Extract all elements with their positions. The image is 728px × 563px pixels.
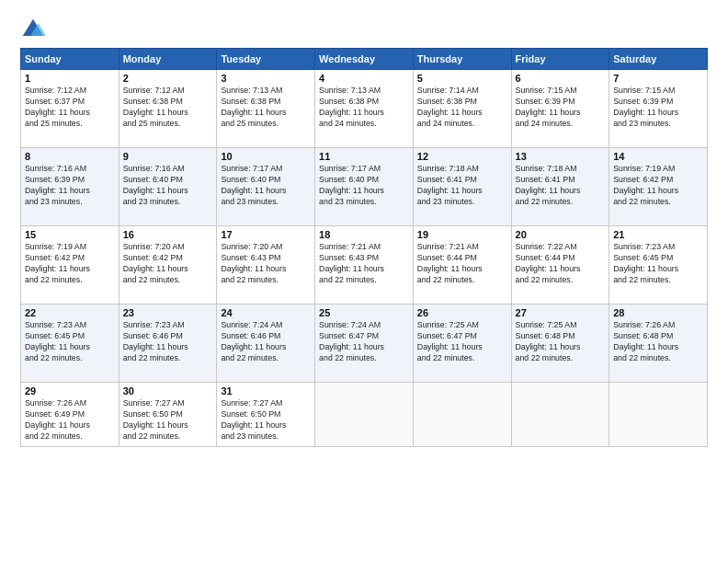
day-number: 26 <box>417 307 507 318</box>
day-number: 29 <box>25 385 115 396</box>
calendar-cell: 21Sunrise: 7:23 AM Sunset: 6:45 PM Dayli… <box>609 226 708 304</box>
day-info: Sunrise: 7:15 AM Sunset: 6:39 PM Dayligh… <box>613 86 703 130</box>
day-number: 4 <box>319 73 409 84</box>
day-number: 21 <box>613 229 703 240</box>
weekday-header-saturday: Saturday <box>609 49 708 70</box>
day-number: 2 <box>123 73 213 84</box>
calendar-cell: 23Sunrise: 7:23 AM Sunset: 6:46 PM Dayli… <box>119 304 217 383</box>
day-number: 25 <box>319 307 409 318</box>
day-info: Sunrise: 7:16 AM Sunset: 6:39 PM Dayligh… <box>25 164 115 208</box>
day-number: 27 <box>516 307 606 318</box>
day-number: 10 <box>221 151 311 162</box>
calendar-cell: 8Sunrise: 7:16 AM Sunset: 6:39 PM Daylig… <box>21 148 119 226</box>
calendar-cell: 16Sunrise: 7:20 AM Sunset: 6:42 PM Dayli… <box>119 226 217 304</box>
day-info: Sunrise: 7:17 AM Sunset: 6:40 PM Dayligh… <box>221 164 311 208</box>
calendar-cell: 24Sunrise: 7:24 AM Sunset: 6:46 PM Dayli… <box>217 304 315 383</box>
day-number: 18 <box>319 229 409 240</box>
day-number: 16 <box>123 229 213 240</box>
day-info: Sunrise: 7:13 AM Sunset: 6:38 PM Dayligh… <box>319 86 409 130</box>
day-number: 7 <box>613 73 703 84</box>
day-number: 24 <box>221 307 311 318</box>
calendar-cell: 18Sunrise: 7:21 AM Sunset: 6:43 PM Dayli… <box>315 226 414 304</box>
weekday-header-friday: Friday <box>511 49 609 70</box>
day-number: 28 <box>613 307 703 318</box>
day-info: Sunrise: 7:25 AM Sunset: 6:48 PM Dayligh… <box>516 320 606 364</box>
day-info: Sunrise: 7:27 AM Sunset: 6:50 PM Dayligh… <box>123 398 213 442</box>
calendar-cell: 1Sunrise: 7:12 AM Sunset: 6:37 PM Daylig… <box>21 70 119 148</box>
day-number: 22 <box>25 307 115 318</box>
day-info: Sunrise: 7:23 AM Sunset: 6:45 PM Dayligh… <box>613 242 703 286</box>
day-info: Sunrise: 7:15 AM Sunset: 6:39 PM Dayligh… <box>516 86 606 130</box>
day-number: 14 <box>613 151 703 162</box>
calendar-cell: 14Sunrise: 7:19 AM Sunset: 6:42 PM Dayli… <box>609 148 708 226</box>
day-number: 6 <box>516 73 606 84</box>
day-number: 31 <box>221 385 311 396</box>
calendar-cell: 7Sunrise: 7:15 AM Sunset: 6:39 PM Daylig… <box>609 70 708 148</box>
calendar-cell: 15Sunrise: 7:19 AM Sunset: 6:42 PM Dayli… <box>21 226 119 304</box>
calendar-cell: 6Sunrise: 7:15 AM Sunset: 6:39 PM Daylig… <box>511 70 609 148</box>
weekday-header-monday: Monday <box>119 49 217 70</box>
day-number: 3 <box>221 73 311 84</box>
day-number: 1 <box>25 73 115 84</box>
calendar-week-row: 8Sunrise: 7:16 AM Sunset: 6:39 PM Daylig… <box>21 148 708 226</box>
day-info: Sunrise: 7:25 AM Sunset: 6:47 PM Dayligh… <box>417 320 507 364</box>
weekday-header-sunday: Sunday <box>21 49 119 70</box>
day-info: Sunrise: 7:26 AM Sunset: 6:48 PM Dayligh… <box>613 320 703 364</box>
calendar-cell: 25Sunrise: 7:24 AM Sunset: 6:47 PM Dayli… <box>315 304 414 383</box>
calendar-cell: 19Sunrise: 7:21 AM Sunset: 6:44 PM Dayli… <box>413 226 511 304</box>
calendar-cell: 9Sunrise: 7:16 AM Sunset: 6:40 PM Daylig… <box>119 148 217 226</box>
day-info: Sunrise: 7:23 AM Sunset: 6:46 PM Dayligh… <box>123 320 213 364</box>
calendar-cell: 30Sunrise: 7:27 AM Sunset: 6:50 PM Dayli… <box>119 383 217 447</box>
day-number: 30 <box>123 385 213 396</box>
calendar-cell: 22Sunrise: 7:23 AM Sunset: 6:45 PM Dayli… <box>21 304 119 383</box>
day-number: 8 <box>25 151 115 162</box>
calendar-cell: 11Sunrise: 7:17 AM Sunset: 6:40 PM Dayli… <box>315 148 414 226</box>
day-number: 19 <box>417 229 507 240</box>
calendar-cell: 10Sunrise: 7:17 AM Sunset: 6:40 PM Dayli… <box>217 148 315 226</box>
day-info: Sunrise: 7:14 AM Sunset: 6:38 PM Dayligh… <box>417 86 507 130</box>
day-number: 20 <box>516 229 606 240</box>
logo-icon <box>20 17 46 42</box>
calendar-cell <box>413 383 511 447</box>
day-number: 23 <box>123 307 213 318</box>
day-number: 5 <box>417 73 507 84</box>
calendar-cell: 13Sunrise: 7:18 AM Sunset: 6:41 PM Dayli… <box>511 148 609 226</box>
header <box>20 17 708 42</box>
day-info: Sunrise: 7:26 AM Sunset: 6:49 PM Dayligh… <box>25 398 115 442</box>
day-info: Sunrise: 7:19 AM Sunset: 6:42 PM Dayligh… <box>25 242 115 286</box>
calendar-cell: 28Sunrise: 7:26 AM Sunset: 6:48 PM Dayli… <box>609 304 708 383</box>
weekday-header-thursday: Thursday <box>413 49 511 70</box>
calendar-week-row: 22Sunrise: 7:23 AM Sunset: 6:45 PM Dayli… <box>21 304 708 383</box>
day-info: Sunrise: 7:27 AM Sunset: 6:50 PM Dayligh… <box>221 398 311 442</box>
calendar-cell: 26Sunrise: 7:25 AM Sunset: 6:47 PM Dayli… <box>413 304 511 383</box>
day-info: Sunrise: 7:20 AM Sunset: 6:42 PM Dayligh… <box>123 242 213 286</box>
calendar-cell: 31Sunrise: 7:27 AM Sunset: 6:50 PM Dayli… <box>217 383 315 447</box>
day-info: Sunrise: 7:19 AM Sunset: 6:42 PM Dayligh… <box>613 164 703 208</box>
day-info: Sunrise: 7:18 AM Sunset: 6:41 PM Dayligh… <box>516 164 606 208</box>
logo <box>20 17 50 42</box>
weekday-header-wednesday: Wednesday <box>315 49 414 70</box>
calendar-cell: 27Sunrise: 7:25 AM Sunset: 6:48 PM Dayli… <box>511 304 609 383</box>
day-info: Sunrise: 7:20 AM Sunset: 6:43 PM Dayligh… <box>221 242 311 286</box>
day-info: Sunrise: 7:12 AM Sunset: 6:37 PM Dayligh… <box>25 86 115 130</box>
calendar-cell: 12Sunrise: 7:18 AM Sunset: 6:41 PM Dayli… <box>413 148 511 226</box>
day-number: 11 <box>319 151 409 162</box>
calendar-cell: 3Sunrise: 7:13 AM Sunset: 6:38 PM Daylig… <box>217 70 315 148</box>
day-number: 9 <box>123 151 213 162</box>
calendar: SundayMondayTuesdayWednesdayThursdayFrid… <box>20 48 708 447</box>
day-info: Sunrise: 7:13 AM Sunset: 6:38 PM Dayligh… <box>221 86 311 130</box>
calendar-week-row: 29Sunrise: 7:26 AM Sunset: 6:49 PM Dayli… <box>21 383 708 447</box>
day-info: Sunrise: 7:17 AM Sunset: 6:40 PM Dayligh… <box>319 164 409 208</box>
day-number: 15 <box>25 229 115 240</box>
weekday-header-tuesday: Tuesday <box>217 49 315 70</box>
calendar-cell <box>315 383 414 447</box>
day-info: Sunrise: 7:12 AM Sunset: 6:38 PM Dayligh… <box>123 86 213 130</box>
day-info: Sunrise: 7:18 AM Sunset: 6:41 PM Dayligh… <box>417 164 507 208</box>
weekday-header-row: SundayMondayTuesdayWednesdayThursdayFrid… <box>21 49 708 70</box>
calendar-cell <box>609 383 708 447</box>
calendar-cell: 17Sunrise: 7:20 AM Sunset: 6:43 PM Dayli… <box>217 226 315 304</box>
day-info: Sunrise: 7:24 AM Sunset: 6:47 PM Dayligh… <box>319 320 409 364</box>
day-number: 13 <box>516 151 606 162</box>
day-info: Sunrise: 7:21 AM Sunset: 6:43 PM Dayligh… <box>319 242 409 286</box>
calendar-cell: 2Sunrise: 7:12 AM Sunset: 6:38 PM Daylig… <box>119 70 217 148</box>
